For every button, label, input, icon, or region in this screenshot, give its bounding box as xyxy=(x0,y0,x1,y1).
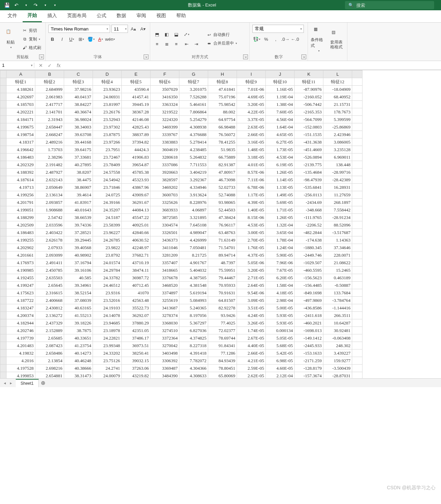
cell[interactable]: 24.33202 xyxy=(93,349,122,357)
cell[interactable] xyxy=(352,304,362,312)
fx-icon[interactable]: fx xyxy=(56,63,62,68)
cell[interactable]: 7.806864 xyxy=(179,108,208,116)
cell[interactable]: 4.06897 xyxy=(179,206,208,214)
cell[interactable]: 7.526288 xyxy=(179,93,208,101)
cell[interactable]: -2171.259 xyxy=(295,357,323,365)
cell[interactable]: 4.2016 xyxy=(7,357,35,365)
cell[interactable]: 1.73703 xyxy=(35,146,64,153)
cell[interactable]: 79.44467 xyxy=(208,274,237,282)
align-middle-icon[interactable]: ◧ xyxy=(163,30,171,38)
cell[interactable] xyxy=(352,274,362,282)
qat-customize-icon[interactable]: ▾ xyxy=(51,1,59,9)
cell[interactable]: 2.63E-05 xyxy=(237,123,266,131)
row-header[interactable] xyxy=(0,86,7,93)
cell[interactable]: 1.76E-05 xyxy=(237,244,266,251)
align-left-icon[interactable]: ≡ xyxy=(153,40,161,48)
cell[interactable]: 248.302 xyxy=(323,342,352,349)
cell[interactable]: 1.19E-04 xyxy=(266,93,295,101)
cell[interactable]: -2206.52 xyxy=(295,221,323,229)
col-header[interactable]: J xyxy=(266,71,295,78)
cell[interactable]: 4.199255 xyxy=(7,236,35,244)
cell[interactable]: 3.00E-05 xyxy=(237,229,266,236)
cell[interactable]: 3411046 xyxy=(151,244,179,251)
cell[interactable]: -28.99716 xyxy=(323,169,352,176)
row-header[interactable] xyxy=(0,191,7,199)
cell[interactable]: 3872585 xyxy=(151,214,179,221)
cell[interactable]: 75.07196 xyxy=(208,93,237,101)
cell[interactable]: 7.050481 xyxy=(179,244,208,251)
cell[interactable]: 3600703 xyxy=(151,191,179,199)
cell[interactable]: 4.199675 xyxy=(7,123,35,131)
cell[interactable]: 1.73E-05 xyxy=(266,146,295,153)
cell[interactable]: 43710.19 xyxy=(122,259,151,267)
cell[interactable]: -128.8179 xyxy=(295,365,323,372)
cell[interactable]: 40712.45 xyxy=(122,282,151,289)
cell[interactable]: 特征7 xyxy=(179,78,208,86)
cell[interactable]: -1698.013 xyxy=(295,327,323,334)
cell[interactable]: 40.38666 xyxy=(64,365,93,372)
cell[interactable]: 4.186483 xyxy=(7,153,35,161)
cell[interactable]: 75.98542 xyxy=(208,101,237,108)
cell[interactable]: 4.202221 xyxy=(7,108,35,116)
row-header[interactable] xyxy=(0,214,7,221)
cell[interactable]: 1.48E-05 xyxy=(237,146,266,153)
cell[interactable]: 5.68E-05 xyxy=(266,342,295,349)
cell[interactable]: 2.491411 xyxy=(35,259,64,267)
cell[interactable]: 75.59951 xyxy=(208,267,237,274)
cell[interactable]: 1.908688 xyxy=(35,206,64,214)
cell[interactable]: 24.54942 xyxy=(93,176,122,184)
cut-button[interactable]: ✂剪切 xyxy=(21,27,43,34)
cell[interactable]: 11.27659 xyxy=(323,191,352,199)
cell[interactable]: 4.387505 xyxy=(179,274,208,282)
cell[interactable]: 72.02377 xyxy=(208,327,237,334)
cell[interactable]: 23.97302 xyxy=(93,123,122,131)
cell[interactable]: 5.278414 xyxy=(179,138,208,146)
row-header[interactable] xyxy=(0,153,7,161)
cell[interactable]: 36.98024 xyxy=(64,116,93,123)
cell[interactable]: 2.684999 xyxy=(35,86,64,93)
cell[interactable] xyxy=(352,184,362,191)
cell[interactable]: 2.136272 xyxy=(35,312,64,319)
cell[interactable]: 3219522 xyxy=(151,108,179,116)
cell[interactable]: 2.487927 xyxy=(35,169,64,176)
cell[interactable]: 4.202902 xyxy=(7,244,35,251)
cell[interactable]: -256.0113 xyxy=(295,191,323,199)
cell[interactable]: 37.28521 xyxy=(64,229,93,236)
row-header[interactable] xyxy=(0,131,7,138)
cell[interactable]: 39.74336 xyxy=(64,221,93,229)
cell[interactable]: 39445.19 xyxy=(122,101,151,108)
cell[interactable]: -482.2844 xyxy=(295,229,323,236)
cell[interactable]: 24.33782 xyxy=(93,274,122,282)
dialog-launcher-icon[interactable]: ⇲ xyxy=(243,54,248,59)
row-header[interactable] xyxy=(0,297,7,304)
cell[interactable]: 3468520 xyxy=(151,282,179,289)
cell[interactable]: 3.09E-05 xyxy=(237,297,266,304)
underline-button[interactable]: U▾ xyxy=(68,35,76,43)
cell[interactable]: 3374897 xyxy=(151,289,179,297)
row-header[interactable] xyxy=(0,123,7,131)
cell[interactable]: 45785.38 xyxy=(122,169,151,176)
cell[interactable]: 4.65E-05 xyxy=(266,131,295,138)
cell[interactable]: 23.97266 xyxy=(93,138,122,146)
number-format-input[interactable] xyxy=(253,26,298,32)
cell[interactable]: 1.74E-05 xyxy=(237,327,266,334)
cell[interactable]: -3.784764 xyxy=(323,297,352,304)
cell[interactable]: -1.144416 xyxy=(323,304,352,312)
cell[interactable]: -506.7442 xyxy=(295,101,323,108)
cell[interactable]: 1.71E-05 xyxy=(266,206,295,214)
percent-icon[interactable]: % xyxy=(262,35,270,43)
cell[interactable]: 3274510 xyxy=(151,327,179,334)
decrease-decimal-icon[interactable]: ←.0 xyxy=(291,35,299,43)
cell[interactable]: 38.86907 xyxy=(64,184,93,191)
cell[interactable]: 5.464161 xyxy=(179,101,208,108)
cell[interactable] xyxy=(352,282,362,289)
cell[interactable]: 24.19103 xyxy=(93,304,122,312)
cell[interactable]: 1.26E-05 xyxy=(266,214,295,221)
cell[interactable]: -135.4684 xyxy=(295,169,323,176)
cell[interactable]: -1029.507 xyxy=(295,259,323,267)
cell[interactable]: 8.21725 xyxy=(179,251,208,259)
select-all-corner[interactable] xyxy=(0,71,7,78)
cell[interactable]: 3418665 xyxy=(151,267,179,274)
cell[interactable] xyxy=(352,131,362,138)
cell[interactable]: 4.60E-05 xyxy=(266,365,295,372)
